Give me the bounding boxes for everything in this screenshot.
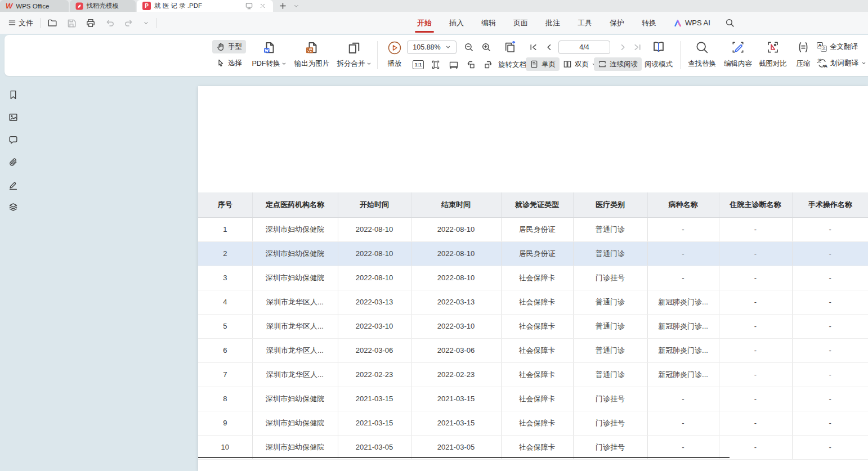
table-cell: 门诊挂号 [573, 411, 647, 435]
zoom-out-icon [464, 42, 474, 52]
page-indicator: 4/4 [579, 43, 589, 51]
thumbnails-panel-button[interactable] [6, 110, 20, 124]
continuous-reading-button[interactable]: 连续阅读 [594, 57, 642, 71]
undo-button[interactable] [102, 16, 117, 30]
hand-icon [216, 42, 225, 51]
double-page-label: 双页 [575, 60, 589, 69]
rotate-left-button[interactable] [464, 57, 478, 72]
bookmarks-panel-button[interactable] [6, 88, 20, 101]
tab-label: 找稻壳模板 [87, 2, 119, 10]
tab-list-chevron-icon[interactable] [291, 1, 301, 11]
table-cell: - [792, 411, 868, 435]
screen-share-icon[interactable] [244, 1, 254, 11]
page-number-input[interactable]: 4/4 [558, 41, 610, 54]
first-page-button[interactable] [527, 41, 539, 53]
menu-protect[interactable]: 保护 [609, 12, 625, 34]
hand-tool-button[interactable]: 手型 [212, 40, 246, 53]
pdf-convert-button[interactable]: PDF转换 [249, 39, 289, 71]
export-image-button[interactable]: 输出为图片 [290, 39, 333, 71]
table-cell: - [792, 362, 868, 387]
screenshot-compare-label: 截图对比 [759, 59, 787, 69]
table-cell: - [792, 290, 868, 314]
menu-insert[interactable]: 插入 [449, 12, 464, 34]
open-file-button[interactable] [45, 16, 60, 30]
fit-width-button[interactable] [446, 57, 462, 72]
edit-content-button[interactable]: 编辑内容 [721, 39, 755, 71]
signature-panel-button[interactable] [6, 178, 20, 191]
compress-button[interactable]: 压缩 [791, 39, 815, 71]
tab-wps-office[interactable]: W WPS Office [0, 0, 69, 12]
previous-page-button[interactable] [543, 41, 555, 53]
undo-icon [105, 18, 115, 28]
table-cell: - [719, 435, 792, 459]
save-button[interactable] [64, 16, 79, 30]
close-tab-icon[interactable] [257, 1, 267, 11]
menu-page[interactable]: 页面 [513, 12, 529, 34]
table-cell: 社会保障卡 [501, 266, 573, 290]
zoom-in-button[interactable] [480, 41, 493, 54]
compress-icon [797, 41, 810, 54]
print-button[interactable] [83, 16, 98, 30]
compress-label: 压缩 [797, 59, 811, 69]
word-translate-button[interactable]: 文 A 划词翻译 [813, 56, 868, 70]
read-mode-button[interactable]: 阅读模式 [642, 38, 675, 72]
wps-ai-button[interactable]: WPS AI [673, 12, 710, 34]
table-cell: - [719, 266, 792, 290]
screenshot-compare-button[interactable]: 截图对比 [755, 39, 790, 71]
wps-ai-label: WPS AI [685, 19, 710, 27]
zoom-out-button[interactable] [462, 41, 476, 54]
word-translate-icon: 文 A [817, 59, 827, 68]
rotate-right-button[interactable] [481, 57, 495, 72]
table-cell: 2022-03-06 [411, 338, 501, 362]
redo-button[interactable] [122, 16, 136, 30]
actual-size-button[interactable]: 1:1 [411, 58, 426, 71]
fit-pages-button[interactable] [501, 39, 519, 55]
tab-docer-templates[interactable]: 找稻壳模板 [70, 0, 136, 12]
menu-edit[interactable]: 编辑 [481, 12, 496, 34]
column-header: 开始时间 [338, 192, 411, 217]
table-cell: 2021-03-15 [411, 411, 501, 435]
single-page-button[interactable]: 单页 [526, 57, 560, 71]
find-replace-button[interactable]: 查找替换 [684, 39, 719, 71]
play-button[interactable]: 播放 [382, 39, 408, 71]
menu-tools[interactable]: 工具 [577, 12, 593, 34]
table-cell: 2021-03-15 [338, 411, 411, 435]
new-tab-icon[interactable] [278, 1, 288, 11]
comments-panel-button[interactable] [6, 133, 20, 146]
menu-convert[interactable]: 转换 [641, 12, 657, 34]
menu-comment[interactable]: 批注 [545, 12, 561, 34]
next-page-icon [619, 43, 627, 51]
wps-logo-icon: W [6, 2, 12, 10]
split-merge-button[interactable]: 拆分合并 [334, 39, 374, 71]
pdf-convert-icon [262, 41, 276, 55]
table-cell: 2022-08-10 [411, 266, 501, 290]
next-page-button[interactable] [617, 41, 629, 53]
split-merge-icon [347, 41, 361, 55]
file-menu-button[interactable]: 文件 [6, 16, 35, 30]
table-cell: 普通门诊 [573, 338, 647, 362]
attachments-panel-button[interactable] [6, 155, 20, 169]
fit-pages-icon [504, 41, 516, 53]
column-header: 定点医药机构名称 [252, 192, 338, 217]
double-page-icon [563, 60, 572, 69]
fit-page-button[interactable] [428, 57, 444, 72]
tab-document[interactable]: P 就 医 记 录 .PDF [137, 0, 273, 12]
table-cell: 2022-08-10 [411, 217, 501, 241]
table-cell: 2021-03-05 [338, 435, 411, 459]
table-cell: 2021-03-05 [411, 435, 501, 459]
table-cell: - [792, 435, 868, 459]
table-cell: - [647, 411, 719, 435]
table-cell: 深圳市妇幼保健院 [252, 387, 338, 411]
more-actions-button[interactable] [141, 18, 151, 28]
rotate-document-button[interactable]: 旋转文档 [498, 60, 526, 70]
full-translate-button[interactable]: A 文 全文翻译 [813, 40, 862, 53]
zoom-level-select[interactable]: 105.88% [407, 41, 457, 54]
table-cell: 社会保障卡 [501, 387, 573, 411]
table-cell: - [647, 387, 719, 411]
table-row: 8深圳市妇幼保健院2021-03-152021-03-15社会保障卡门诊挂号--… [198, 387, 868, 411]
menu-search-button[interactable] [725, 12, 735, 34]
select-tool-button[interactable]: 选择 [212, 56, 246, 70]
table-cell: 深圳市龙华区人... [252, 290, 338, 314]
menu-home[interactable]: 开始 [417, 12, 432, 34]
layers-panel-button[interactable] [6, 200, 20, 214]
